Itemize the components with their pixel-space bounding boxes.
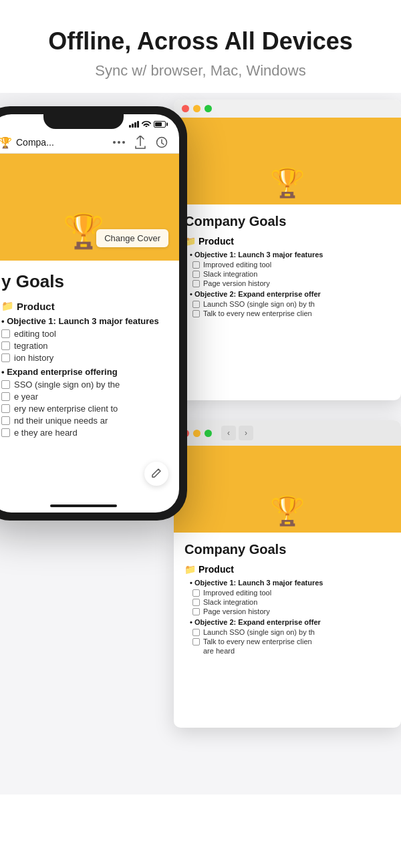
- phone-mockup: 🏆 Compa... 🏆 Chang: [0, 106, 187, 521]
- phone-section-icon: 📁: [1, 300, 14, 312]
- phone-check-item: SSO (single sign on) by the: [1, 380, 166, 390]
- share-icon[interactable]: [134, 136, 147, 149]
- phone-checkbox-7[interactable]: [1, 416, 10, 425]
- browser-1-trophy-icon: 🏆: [270, 166, 305, 199]
- browser-1-check-row: Launch SSO (single sign on) by th: [184, 300, 390, 308]
- page-header: Offline, Across All Devices Sync w/ brow…: [0, 0, 401, 93]
- browser-1-check-row: Improved editing tool: [184, 261, 390, 269]
- phone-tab-title: Compa...: [16, 137, 54, 148]
- browser-1-obj1: • Objective 1: Launch 3 major features: [184, 251, 390, 259]
- browser-2-check-row: Page version history: [184, 607, 390, 615]
- browser-1-check-row: Page version history: [184, 279, 390, 287]
- phone-toolbar: 🏆 Compa...: [0, 132, 179, 154]
- phone-checkbox-2[interactable]: [1, 341, 10, 350]
- close-traffic-light[interactable]: [182, 105, 189, 112]
- more-options-icon[interactable]: [112, 136, 126, 149]
- browser-2-page-title: Company Goals: [184, 542, 390, 557]
- browser-2-check-row: are heard: [184, 647, 390, 655]
- svg-point-1: [118, 141, 120, 144]
- phone-check-item: ion history: [1, 353, 166, 363]
- phone-status-icons: [129, 120, 166, 129]
- phone-tab-trophy-icon: 🏆: [0, 136, 12, 149]
- devices-container: 🏆 Compa... 🏆 Chang: [0, 93, 401, 794]
- browser-2-check-row: Launch SSO (single sign on) by th: [184, 628, 390, 636]
- maximize-traffic-light-2[interactable]: [205, 430, 212, 437]
- browser-1-cover: 🏆: [174, 118, 401, 204]
- phone-check-item: ery new enterprise client to: [1, 404, 166, 414]
- browser-2-checkbox-5[interactable]: [192, 638, 200, 645]
- browser-2-checkbox-2[interactable]: [192, 599, 200, 606]
- minimize-traffic-light-2[interactable]: [193, 430, 200, 437]
- browser-1-check-row: Talk to every new enterprise clien: [184, 309, 390, 317]
- browser-2-checkbox-3[interactable]: [192, 608, 200, 615]
- phone-notch: [43, 114, 124, 129]
- phone-inner: 🏆 Compa... 🏆 Chang: [0, 114, 179, 513]
- browser-2-obj1: • Objective 1: Launch 3 major features: [184, 579, 390, 587]
- browser-2-checkbox-4[interactable]: [192, 629, 200, 636]
- phone-checkbox-4[interactable]: [1, 380, 10, 389]
- browser-2-check-row: Improved editing tool: [184, 589, 390, 597]
- browser-1-obj2: • Objective 2: Expand enterprise offer: [184, 290, 390, 298]
- phone-check-item: e they are heard: [1, 428, 166, 438]
- phone-page-title: y Goals: [1, 271, 166, 292]
- phone-toolbar-icons: [112, 136, 168, 149]
- page-subtitle: Sync w/ browser, Mac, Windows: [20, 62, 381, 80]
- browser-1-checkbox-3[interactable]: [192, 280, 200, 287]
- browser-back-button[interactable]: ‹: [221, 426, 236, 440]
- browser-1-checkbox-2[interactable]: [192, 271, 200, 278]
- change-cover-button[interactable]: Change Cover: [96, 229, 168, 247]
- browser-2-check-row: Slack integration: [184, 598, 390, 606]
- browser-1-checkbox-4[interactable]: [192, 301, 200, 308]
- battery-icon: [154, 121, 166, 128]
- phone-check-item: e year: [1, 392, 166, 402]
- signal-icon: [129, 121, 139, 128]
- browser-1-content: Company Goals 📁 Product • Objective 1: L…: [174, 204, 401, 328]
- phone-check-item: nd their unique needs ar: [1, 416, 166, 426]
- phone-obj1-label: • Objective 1: Launch 3 major features: [1, 316, 166, 326]
- browser-2-checkbox-1[interactable]: [192, 589, 200, 597]
- phone-checkbox-3[interactable]: [1, 353, 10, 362]
- browser-nav-buttons: ‹ ›: [221, 426, 253, 440]
- browser-1-check-row: Slack integration: [184, 270, 390, 278]
- history-icon[interactable]: [155, 136, 168, 149]
- phone-check-item: tegration: [1, 341, 166, 351]
- phone-checkbox-6[interactable]: [1, 404, 10, 413]
- phone-checkbox-8[interactable]: [1, 428, 10, 437]
- browser-2-section-icon: 📁: [184, 564, 196, 575]
- browser-1-checkbox-1[interactable]: [192, 261, 200, 269]
- browser-2-check-row: Talk to every new enterprise clien: [184, 637, 390, 645]
- browser-2-trophy-icon: 🏆: [270, 494, 305, 527]
- browser-1-checkbox-5[interactable]: [192, 310, 200, 317]
- phone-check-item: editing tool: [1, 329, 166, 339]
- browser-1-section-title: 📁 Product: [184, 236, 390, 247]
- phone-home-indicator: [50, 504, 117, 507]
- browser-2-content: Company Goals 📁 Product • Objective 1: L…: [174, 533, 401, 666]
- minimize-traffic-light[interactable]: [193, 105, 200, 112]
- page-title: Offline, Across All Devices: [20, 27, 381, 55]
- browser-titlebar-2: ‹ ›: [174, 420, 401, 446]
- browser-2-section-title: 📁 Product: [184, 564, 390, 575]
- phone-checkbox-1[interactable]: [1, 329, 10, 338]
- phone-obj2-label: • Expand enterprise offering: [1, 367, 166, 377]
- browser-2-obj2: • Objective 2: Expand enterprise offer: [184, 618, 390, 626]
- phone-cover: 🏆 Change Cover: [0, 154, 179, 261]
- browser-2-cover: 🏆: [174, 446, 401, 533]
- maximize-traffic-light[interactable]: [205, 105, 212, 112]
- browser-titlebar-1: [174, 100, 401, 118]
- wifi-icon: [142, 120, 151, 129]
- browser-window-1: 🏆 Company Goals 📁 Product • Objective 1:…: [174, 100, 401, 400]
- browser-forward-button[interactable]: ›: [239, 426, 253, 440]
- phone-section-title: 📁 Product: [1, 300, 166, 312]
- svg-point-2: [122, 141, 125, 144]
- phone-doc-content: y Goals 📁 Product • Objective 1: Launch …: [0, 261, 179, 450]
- svg-point-0: [113, 141, 116, 144]
- phone-checkbox-5[interactable]: [1, 392, 10, 401]
- browser-window-2: ‹ › 🏆 Company Goals 📁 Product • Objectiv…: [174, 420, 401, 728]
- browser-1-page-title: Company Goals: [184, 214, 390, 229]
- phone-edit-button[interactable]: [144, 462, 168, 486]
- phone-tab-left: 🏆 Compa...: [0, 136, 54, 149]
